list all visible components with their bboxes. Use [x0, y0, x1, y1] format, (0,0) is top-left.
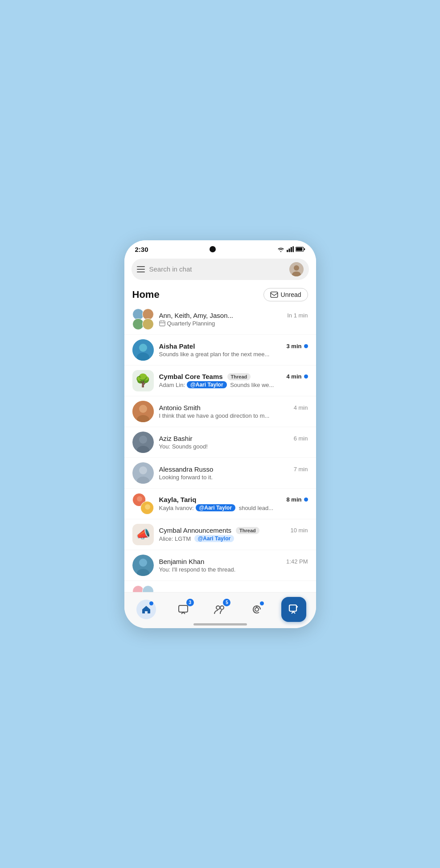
chat-body: Ann, Keith, Amy, Jason... In 1 min Quart… — [159, 312, 308, 327]
home-header: Home Unread — [124, 284, 316, 304]
chat-body: Antonio Smith 4 min I think that we have… — [159, 404, 308, 419]
hamburger-menu-button[interactable] — [137, 266, 145, 272]
chat-time: 3 min — [287, 343, 308, 350]
chat-item[interactable]: Kayla, Tariq 8 min Kayla Ivanov: @Aari T… — [124, 489, 316, 519]
chat-time: 4 min — [287, 373, 308, 380]
svg-rect-11 — [271, 292, 278, 297]
group-avatar — [132, 309, 154, 330]
chat-name: Antonio Smith — [159, 404, 201, 411]
chat-name: Alessandra Russo — [159, 465, 214, 473]
nav-mentions[interactable] — [244, 600, 269, 619]
svg-point-28 — [145, 504, 150, 510]
home-nav-icon-wrap — [136, 600, 156, 619]
chat-body: Benjamin Khan 1:42 PM You: I'll respond … — [159, 558, 308, 573]
svg-point-9 — [294, 265, 299, 271]
search-input[interactable]: Search in chat — [149, 265, 285, 273]
chat-avatar: 📣 — [132, 524, 154, 545]
chat-preview: Adam Lin: @Aari Taylor Sounds like we... — [159, 381, 308, 388]
user-avatar[interactable] — [289, 262, 304, 276]
chat-item[interactable]: Aisha Patel 3 min Sounds like a great pl… — [124, 335, 316, 366]
chat-body: Aziz Bashir 6 min You: Sounds good! — [159, 435, 308, 450]
svg-rect-2 — [288, 248, 290, 252]
chat-item[interactable]: Alessandra Russo 7 min Looking forward t… — [124, 458, 316, 489]
chat-item[interactable]: 🌳 Cymbal Core Teams Thread 4 min Adam Li… — [124, 366, 316, 396]
unread-indicator — [304, 374, 308, 378]
new-chat-fab-button[interactable] — [281, 597, 306, 622]
svg-rect-36 — [289, 605, 296, 611]
chat-time: 8 min — [287, 496, 308, 503]
group-avatar — [132, 585, 154, 592]
chat-avatar — [132, 339, 154, 361]
chat-item[interactable]: Benjamin Khan 1:42 PM You: I'll respond … — [124, 550, 316, 581]
chat-time: 1:42 PM — [286, 558, 308, 565]
compose-icon — [288, 604, 300, 615]
thread-badge: Thread — [236, 527, 259, 534]
chat-name: Aisha Patel — [159, 342, 195, 350]
chat-preview: Looking forward to it. — [159, 474, 308, 481]
battery-icon — [296, 247, 305, 252]
nav-home[interactable] — [134, 600, 159, 619]
chat-list-container[interactable]: Home Unread Ann, K — [124, 284, 316, 592]
chat-item[interactable]: Antonio Smith 4 min I think that we have… — [124, 396, 316, 427]
chat-body: Cymbal Core Teams Thread 4 min Adam Lin:… — [159, 373, 308, 388]
chat-row-1: Ann, Keith, Amy, Jason... In 1 min — [159, 312, 308, 319]
chat-item[interactable]: Kayla, Adam, Nadia, Tariq... 1:30 PM — [124, 581, 316, 592]
duo-avatar — [132, 493, 154, 514]
home-nav-badge — [149, 601, 153, 605]
chat-item[interactable]: Aziz Bashir 6 min You: Sounds good! — [124, 427, 316, 458]
mention-tag: @Aari Taylor — [187, 381, 227, 388]
page-title: Home — [132, 289, 160, 300]
nav-chat[interactable]: 3 — [171, 600, 196, 619]
svg-point-20 — [139, 436, 147, 444]
svg-point-35 — [255, 608, 259, 611]
chat-time: In 1 min — [287, 312, 308, 319]
svg-point-17 — [139, 405, 147, 413]
svg-point-23 — [139, 466, 147, 474]
chat-preview: You: I'll respond to the thread. — [159, 566, 308, 573]
svg-rect-7 — [304, 248, 304, 250]
chat-preview: Kayla Ivanov: @Aari Taylor should lead..… — [159, 504, 308, 511]
svg-rect-12 — [159, 321, 164, 326]
bottom-nav: 3 5 — [124, 592, 316, 628]
chat-body: Aisha Patel 3 min Sounds like a great pl… — [159, 342, 308, 358]
chat-name: Cymbal Core Teams Thread — [159, 373, 251, 380]
chat-nav-icon-wrap: 3 — [173, 600, 193, 619]
chat-preview: Alice: LGTM @Aari Taylor — [159, 535, 308, 542]
home-indicator — [193, 623, 247, 625]
chat-time: 10 min — [290, 527, 308, 534]
at-icon — [251, 604, 262, 615]
chat-item[interactable]: 📣 Cymbal Announcements Thread 10 min Ali… — [124, 519, 316, 550]
svg-rect-4 — [292, 247, 294, 252]
mention-tag: @Aari Taylor — [196, 504, 236, 511]
chat-avatar — [132, 432, 154, 453]
chat-preview: Sounds like a great plan for the next me… — [159, 351, 308, 358]
svg-point-0 — [280, 251, 281, 252]
chat-name: Aziz Bashir — [159, 435, 193, 442]
search-bar[interactable]: Search in chat — [132, 259, 309, 280]
chat-avatar: 🌳 — [132, 370, 154, 391]
chat-body: Alessandra Russo 7 min Looking forward t… — [159, 465, 308, 481]
chat-list: Ann, Keith, Amy, Jason... In 1 min Quart… — [124, 304, 316, 592]
signal-icon — [287, 246, 294, 252]
chat-avatar — [132, 401, 154, 422]
chat-time: 6 min — [294, 435, 308, 442]
svg-rect-6 — [296, 247, 302, 251]
people-nav-icon-wrap: 5 — [210, 600, 230, 619]
search-bar-wrap: Search in chat — [124, 255, 316, 284]
camera-dot — [210, 246, 216, 252]
home-icon — [141, 604, 152, 615]
svg-rect-1 — [287, 250, 288, 252]
svg-rect-32 — [179, 605, 188, 612]
status-time: 2:30 — [135, 246, 148, 253]
chat-avatar — [132, 555, 154, 576]
people-nav-badge: 5 — [223, 599, 230, 606]
svg-point-30 — [139, 559, 147, 567]
unread-btn-label: Unread — [281, 291, 301, 298]
chat-preview: Quarterly Planning — [159, 320, 308, 327]
unread-filter-button[interactable]: Unread — [263, 288, 308, 301]
chat-preview: You: Sounds good! — [159, 443, 308, 450]
unread-indicator — [304, 498, 308, 502]
thread-badge: Thread — [227, 373, 251, 380]
nav-people[interactable]: 5 — [207, 600, 232, 619]
chat-item[interactable]: Ann, Keith, Amy, Jason... In 1 min Quart… — [124, 304, 316, 335]
